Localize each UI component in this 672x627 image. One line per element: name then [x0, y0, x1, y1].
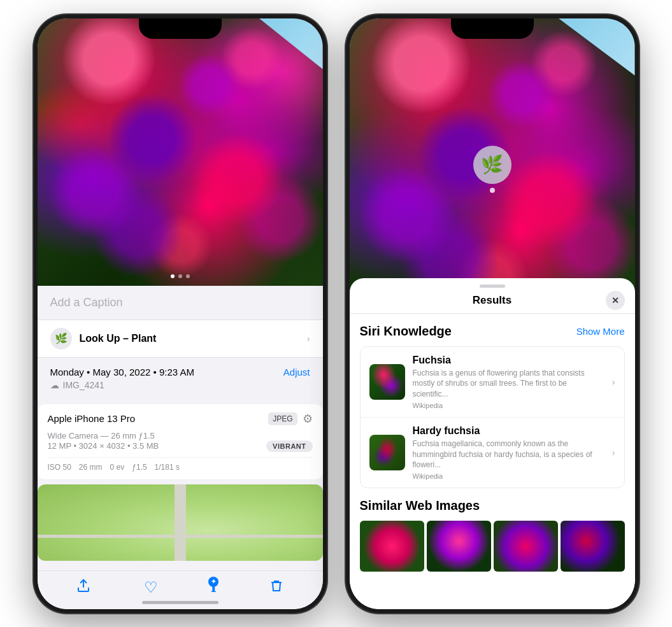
device-row: Apple iPhone 13 Pro JPEG ⚙ [48, 412, 313, 426]
map-roads [38, 484, 323, 561]
dot-1 [171, 274, 175, 278]
knowledge-card: Fuchsia Fuchsia is a genus of flowering … [360, 346, 625, 489]
device-name: Apple iPhone 13 Pro [48, 413, 136, 424]
hardy-name: Hardy fuchsia [413, 425, 604, 437]
close-button[interactable]: ✕ [606, 291, 625, 310]
trash-button[interactable] [269, 579, 283, 596]
vibrant-badge: VIBRANT [266, 440, 312, 452]
photo-dot-indicator [171, 274, 190, 278]
results-panel: Results ✕ Siri Knowledge Show More [350, 278, 635, 609]
map-area[interactable] [38, 484, 323, 561]
lookup-row[interactable]: 🌿 Look Up – Plant › [38, 320, 323, 358]
siri-knowledge-title: Siri Knowledge [360, 324, 452, 339]
siri-indicator: 🌿 [473, 146, 511, 184]
siri-section-header: Siri Knowledge Show More [360, 324, 625, 339]
hardy-desc: Fuchsia magellanica, commonly known as t… [413, 439, 604, 470]
knowledge-item-fuchsia[interactable]: Fuchsia Fuchsia is a genus of flowering … [361, 347, 624, 418]
cloud-icon: ☁ [50, 380, 59, 390]
caption-area[interactable]: Add a Caption [38, 286, 323, 320]
caption-placeholder[interactable]: Add a Caption [50, 296, 123, 309]
hardy-source: Wikipedia [413, 472, 604, 480]
camera-spec-line1: Wide Camera — 26 mm ƒ1.5 [48, 431, 155, 440]
fuchsia-info: Fuchsia Fuchsia is a genus of flowering … [413, 355, 604, 409]
siri-dot [490, 188, 495, 193]
hardy-thumb-img [369, 435, 405, 470]
fuchsia-name: Fuchsia [413, 355, 604, 366]
show-more-button[interactable]: Show More [576, 326, 625, 337]
similar-section: Similar Web Images [360, 498, 625, 572]
left-phone: Add a Caption 🌿 Look Up – Plant › Monday [34, 15, 327, 613]
hardy-thumb [369, 435, 405, 470]
camera-spec-row: Wide Camera — 26 mm ƒ1.5 [48, 431, 313, 440]
lookup-bold: Look Up – [80, 333, 129, 344]
filename: IMG_4241 [63, 380, 104, 390]
date-text: Monday • May 30, 2022 • 9:23 AM [50, 367, 194, 377]
photo-area[interactable] [38, 18, 323, 286]
panel-header: Results ✕ [350, 288, 635, 314]
metadata-section: Monday • May 30, 2022 • 9:23 AM Adjust ☁… [38, 358, 323, 399]
panel-content: Siri Knowledge Show More Fuchsia [350, 314, 635, 609]
info-button[interactable]: ℹ ✦ [211, 579, 216, 596]
lookup-regular: Plant [129, 333, 157, 344]
right-phone: 🌿 Results ✕ Siri Knowledge [346, 15, 639, 613]
fuchsia-thumb [369, 364, 405, 400]
right-photo-area: 🌿 [350, 18, 635, 321]
exif-iso: ISO 50 [48, 463, 71, 472]
fuchsia-chevron: › [612, 377, 615, 387]
knowledge-item-hardy[interactable]: Hardy fuchsia Fuchsia magellanica, commo… [361, 418, 624, 488]
exif-aperture: ƒ1.5 [132, 463, 147, 472]
flower-overlay [38, 18, 323, 286]
panel-title: Results [473, 294, 511, 307]
lookup-label: Look Up – Plant [80, 333, 157, 344]
lookup-icon: 🌿 [50, 328, 72, 349]
device-section: Apple iPhone 13 Pro JPEG ⚙ Wide Camera —… [38, 404, 323, 479]
notch-right [451, 18, 534, 39]
heart-button[interactable]: ♡ [144, 579, 158, 596]
lookup-chevron: › [307, 334, 310, 344]
siri-bubble: 🌿 [473, 146, 511, 184]
similar-title: Similar Web Images [360, 498, 625, 513]
similar-images [360, 521, 625, 572]
notch [139, 18, 222, 39]
similar-img-4[interactable] [561, 521, 625, 572]
fuchsia-desc: Fuchsia is a genus of flowering plants t… [413, 368, 604, 400]
dot-3 [186, 274, 190, 278]
exif-shutter: 1/181 s [155, 463, 180, 472]
flower-photo [38, 18, 323, 286]
gear-icon[interactable]: ⚙ [303, 412, 313, 426]
exif-focal: 26 mm [79, 463, 103, 472]
format-badge: JPEG [268, 412, 297, 425]
fuchsia-source: Wikipedia [413, 402, 604, 409]
badges: JPEG ⚙ [268, 412, 312, 426]
fuchsia-thumb-img [369, 364, 405, 400]
similar-img-1[interactable] [360, 521, 424, 572]
metadata-row: Monday • May 30, 2022 • 9:23 AM Adjust [50, 367, 310, 377]
info-badge: ✦ [208, 577, 218, 587]
camera-spec-line2: 12 MP • 3024 × 4032 • 3.5 MB [48, 441, 159, 451]
exif-ev: 0 ev [110, 463, 125, 472]
adjust-button[interactable]: Adjust [283, 367, 310, 377]
camera-spec-row2: 12 MP • 3024 × 4032 • 3.5 MB VIBRANT [48, 440, 313, 452]
dot-2 [178, 274, 182, 278]
share-button[interactable] [76, 579, 90, 596]
similar-img-3[interactable] [494, 521, 558, 572]
hardy-chevron: › [612, 447, 615, 458]
similar-img-2[interactable] [427, 521, 491, 572]
exif-row: ISO 50 26 mm 0 ev ƒ1.5 1/181 s [48, 457, 313, 472]
location-row: ☁ IMG_4241 [50, 380, 310, 390]
hardy-info: Hardy fuchsia Fuchsia magellanica, commo… [413, 425, 604, 480]
info-section: Add a Caption 🌿 Look Up – Plant › Monday [38, 286, 323, 570]
home-indicator [142, 601, 218, 604]
